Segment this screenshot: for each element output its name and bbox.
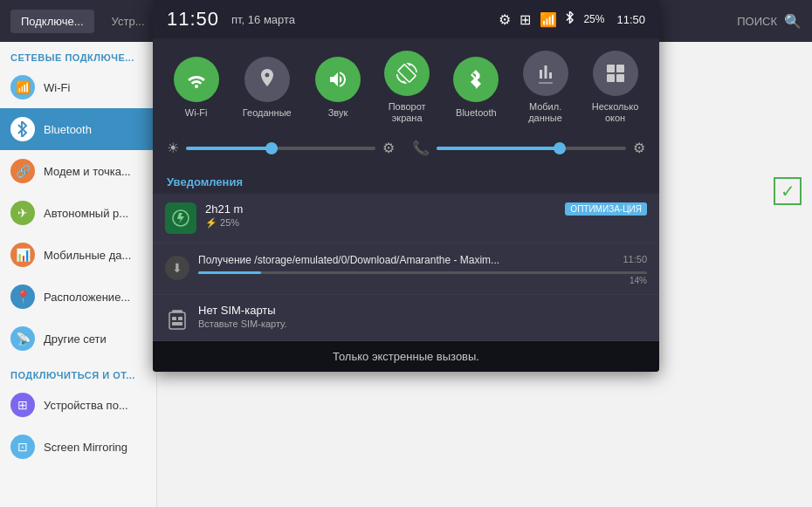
- screen-mirror-label: Screen Mirroring: [44, 441, 127, 454]
- bt-toggle-label: Bluetooth: [456, 107, 496, 119]
- download-time: 11:50: [623, 254, 647, 264]
- sidebar-item-modem[interactable]: 🔗 Модем и точка...: [0, 150, 156, 192]
- wifi-toggle-circle: [174, 57, 219, 102]
- svg-rect-0: [607, 65, 615, 72]
- modem-label: Модем и точка...: [44, 165, 131, 178]
- sidebar-item-mobile-data[interactable]: 📊 Мобильные да...: [0, 234, 156, 276]
- notif-item-download[interactable]: ⬇ Получение /storage/emulated/0/Download…: [153, 243, 659, 295]
- download-notif-content: Получение /storage/emulated/0/Download/A…: [198, 252, 647, 285]
- toggle-sound[interactable]: Звук: [315, 57, 361, 119]
- toggle-multiwindow[interactable]: Несколькоокон: [592, 51, 639, 124]
- sidebar-item-wifi[interactable]: 📶 Wi-Fi: [0, 66, 156, 108]
- brightness-slider[interactable]: [186, 147, 375, 150]
- battery-notif-title: 2h21 m: [205, 202, 243, 216]
- sim-icon: [165, 307, 189, 332]
- bluetooth-icon: [10, 117, 35, 141]
- battery-app-icon: [165, 202, 196, 234]
- svg-rect-3: [616, 74, 624, 82]
- volume-fill: [437, 147, 560, 150]
- sidebar-item-screen-mirroring[interactable]: ⊡ Screen Mirroring: [0, 426, 156, 468]
- status-icons: ⚙ ⊞ 📶 25% 11:50: [499, 11, 645, 28]
- tab-devices[interactable]: Устр...: [101, 10, 155, 33]
- search-icon[interactable]: 🔍: [784, 13, 802, 30]
- bluetooth-label: Bluetooth: [44, 123, 92, 136]
- sound-toggle-label: Звук: [328, 107, 348, 119]
- notif-item-sim[interactable]: Нет SIM-карты Вставьте SIM-карту.: [153, 295, 659, 341]
- quick-toggles: Wi-Fi Геоданные Звук: [153, 38, 659, 136]
- battery-notif-badge: ОПТИМИЗА-ЦИЯ: [565, 202, 647, 216]
- sidebar-item-bluetooth[interactable]: Bluetooth: [0, 108, 156, 150]
- section-network-title: СЕТЕВЫЕ ПОДКЛЮЧЕ...: [0, 42, 156, 66]
- svg-rect-2: [607, 74, 615, 82]
- tab-connect[interactable]: Подключе...: [10, 10, 94, 33]
- brightness-fill: [186, 147, 272, 150]
- sim-notif-subtitle: Вставьте SIM-карту.: [198, 319, 647, 329]
- toggle-rotate[interactable]: Поворотэкрана: [384, 51, 430, 124]
- sidebar-item-other-networks[interactable]: 📡 Другие сети: [0, 318, 156, 360]
- other-networks-label: Другие сети: [44, 332, 107, 346]
- notif-item-battery[interactable]: 2h21 m ОПТИМИЗА-ЦИЯ ⚡ 25%: [153, 194, 659, 243]
- svg-rect-8: [172, 322, 182, 325]
- battery-title-row: 2h21 m ОПТИМИЗА-ЦИЯ: [205, 202, 647, 216]
- bluetooth-check: ✓: [774, 177, 802, 205]
- sound-toggle-circle: [315, 57, 361, 102]
- section-connect-title: ПОДКЛЮЧИТЬСЯ И ОТ...: [0, 360, 156, 384]
- devices-label: Устройства по...: [44, 399, 128, 412]
- mobile-data-label: Мобильные да...: [44, 249, 131, 262]
- mobile-data-toggle-circle: [523, 51, 568, 96]
- toggle-mobile-data[interactable]: Мобил.данные: [523, 51, 568, 124]
- multiwindow-toggle-circle: [593, 51, 638, 96]
- brightness-settings-icon[interactable]: ⚙: [382, 140, 395, 156]
- battery-notif-content: 2h21 m ОПТИМИЗА-ЦИЯ ⚡ 25%: [205, 202, 647, 229]
- mobile-data-icon: 📊: [10, 243, 35, 267]
- toggle-bluetooth[interactable]: Bluetooth: [453, 57, 499, 119]
- devices-icon: ⊞: [10, 393, 35, 417]
- notif-time: 11:50: [167, 8, 219, 31]
- download-progress-text: 14%: [198, 276, 647, 285]
- svg-rect-6: [172, 317, 176, 320]
- sidebar-item-devices[interactable]: ⊞ Устройства по...: [0, 384, 156, 426]
- geo-toggle-label: Геоданные: [243, 107, 292, 119]
- geo-toggle-circle: [244, 57, 290, 102]
- rotate-toggle-label: Поворотэкрана: [389, 101, 426, 124]
- wifi-icon: 📶: [10, 75, 35, 99]
- volume-settings-icon[interactable]: ⚙: [633, 140, 645, 156]
- download-title-row: Получение /storage/emulated/0/Download/A…: [198, 252, 647, 266]
- toggle-geo[interactable]: Геоданные: [243, 57, 292, 119]
- other-networks-icon: 📡: [10, 326, 35, 351]
- battery-level: 25%: [583, 13, 604, 25]
- emergency-calls-bar: Только экстренные вызовы.: [153, 341, 659, 372]
- airplane-icon: ✈: [10, 201, 35, 225]
- sidebar-item-location[interactable]: 📍 Расположение...: [0, 276, 156, 318]
- svg-rect-7: [178, 317, 182, 320]
- search-label: ПОИСК: [737, 15, 777, 28]
- multiwindow-toggle-label: Несколькоокон: [592, 101, 639, 124]
- wifi-toggle-label: Wi-Fi: [185, 107, 208, 119]
- download-progress-fill: [198, 271, 261, 274]
- mobile-data-toggle-label: Мобил.данные: [528, 101, 562, 124]
- settings-sidebar: СЕТЕВЫЕ ПОДКЛЮЧЕ... 📶 Wi-Fi Bluetooth 🔗 …: [0, 42, 157, 507]
- notifications-title: Уведомления: [153, 167, 659, 194]
- svg-rect-5: [169, 312, 185, 329]
- location-label: Расположение...: [44, 291, 130, 304]
- grid-icon[interactable]: ⊞: [520, 11, 531, 28]
- volume-slider[interactable]: [437, 147, 626, 150]
- location-icon: 📍: [10, 284, 35, 309]
- wifi-label: Wi-Fi: [44, 81, 70, 94]
- status-time: 11:50: [616, 13, 645, 26]
- sim-notif-title: Нет SIM-карты: [198, 304, 647, 317]
- settings-gear-icon[interactable]: ⚙: [499, 11, 511, 28]
- download-progress-bar: [198, 271, 647, 274]
- slider-row: ☀ ⚙ 📞 ⚙: [153, 136, 659, 167]
- bt-toggle-circle: [453, 57, 499, 102]
- screen-mirror-icon: ⊡: [10, 435, 35, 459]
- sidebar-item-airplane[interactable]: ✈ Автономный р...: [0, 192, 156, 234]
- emergency-text: Только экстренные вызовы.: [333, 350, 479, 363]
- download-icon: ⬇: [165, 256, 189, 280]
- brightness-low-icon: ☀: [167, 140, 179, 156]
- notification-panel: 11:50 пт, 16 марта ⚙ ⊞ 📶 25% 11:50 Wi-Fi: [153, 0, 659, 372]
- svg-rect-1: [616, 65, 624, 72]
- volume-thumb: [554, 142, 566, 154]
- toggle-wifi[interactable]: Wi-Fi: [174, 57, 219, 119]
- rotate-toggle-circle: [384, 51, 430, 96]
